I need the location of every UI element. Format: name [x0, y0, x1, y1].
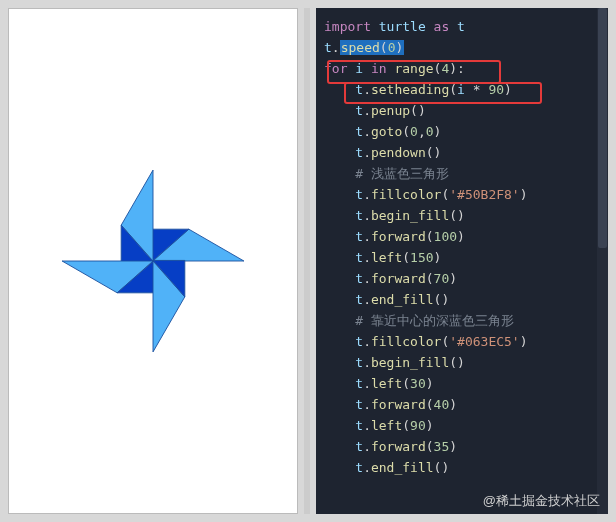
code-line[interactable]: t.left(90)	[324, 415, 604, 436]
app-container: import turtle as tt.speed(0)for i in ran…	[0, 0, 616, 522]
code-line[interactable]: t.penup()	[324, 100, 604, 121]
code-line[interactable]: t.setheading(i * 90)	[324, 79, 604, 100]
code-line[interactable]: for i in range(4):	[324, 58, 604, 79]
code-line[interactable]: t.left(30)	[324, 373, 604, 394]
code-line[interactable]: import turtle as t	[324, 16, 604, 37]
code-line[interactable]: # 浅蓝色三角形	[324, 163, 604, 184]
code-line[interactable]: t.forward(35)	[324, 436, 604, 457]
pinwheel-figure	[53, 161, 253, 361]
code-line[interactable]: t.forward(70)	[324, 268, 604, 289]
code-line[interactable]: t.fillcolor('#063EC5')	[324, 331, 604, 352]
code-editor[interactable]: import turtle as tt.speed(0)for i in ran…	[316, 8, 608, 514]
code-line[interactable]: t.speed(0)	[324, 37, 604, 58]
code-line[interactable]: t.forward(100)	[324, 226, 604, 247]
code-line[interactable]: t.end_fill()	[324, 289, 604, 310]
code-line[interactable]: t.pendown()	[324, 142, 604, 163]
pane-divider[interactable]	[304, 8, 310, 514]
code-line[interactable]: # 靠近中心的深蓝色三角形	[324, 310, 604, 331]
code-line[interactable]: t.fillcolor('#50B2F8')	[324, 184, 604, 205]
code-line[interactable]: t.goto(0,0)	[324, 121, 604, 142]
code-line[interactable]: t.begin_fill()	[324, 352, 604, 373]
code-line[interactable]: t.begin_fill()	[324, 205, 604, 226]
code-line[interactable]: t.end_fill()	[324, 457, 604, 478]
code-line[interactable]: t.forward(40)	[324, 394, 604, 415]
watermark: @稀土掘金技术社区	[483, 492, 600, 510]
code-line[interactable]: t.left(150)	[324, 247, 604, 268]
turtle-output-pane	[8, 8, 298, 514]
